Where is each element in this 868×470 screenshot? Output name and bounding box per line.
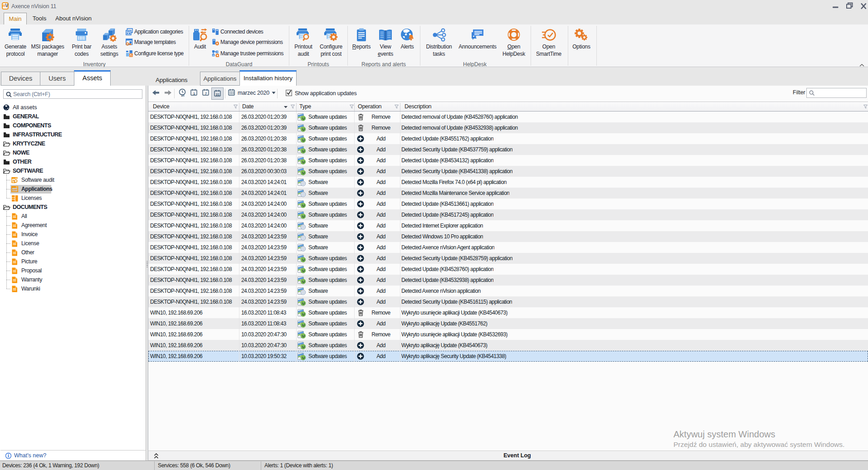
svg-text:31: 31	[216, 92, 219, 97]
svg-text:1: 1	[193, 92, 195, 96]
svg-text:7: 7	[205, 92, 207, 96]
svg-text:1h: 1h	[181, 94, 185, 97]
